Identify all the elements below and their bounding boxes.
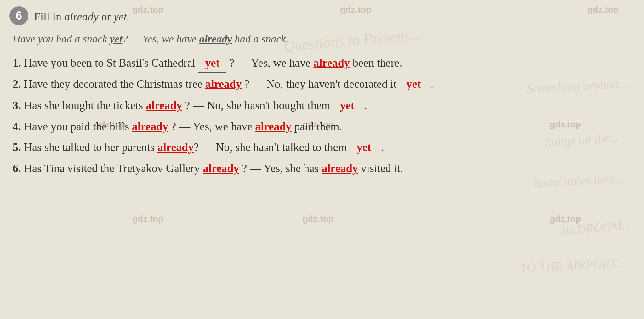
answer-3-1: already: [146, 99, 182, 112]
answer-5-1: already: [157, 141, 194, 154]
blank-1-1: yet: [198, 54, 226, 73]
keyword-already: already: [64, 10, 99, 23]
watermark-9: gdz.top: [550, 214, 581, 224]
sentences-block: 1. Have you been to St Basil's Cathedral…: [13, 54, 644, 178]
answer-6-1: already: [203, 162, 239, 175]
watermark-8: gdz.top: [302, 214, 334, 224]
exercise-instruction: Fill in already or yet.: [34, 6, 130, 25]
sentence-5: 5. Has she talked to her parents already…: [13, 138, 644, 157]
sentence-6: 6. Has Tina visited the Tretyakov Galler…: [13, 159, 644, 178]
answer-4-1: already: [132, 120, 168, 133]
answer-2-1: already: [205, 78, 242, 90]
keyword-yet: yet.: [114, 10, 130, 23]
example-line: Have you had a snack yet? — Yes, we have…: [13, 31, 644, 47]
exercise-header: 6 Fill in already or yet.: [9, 6, 644, 25]
blank-3-2: yet: [333, 96, 362, 115]
sentence-4: 4. Have you paid the bills already ? — Y…: [13, 117, 644, 136]
blank-2-2: yet: [399, 75, 428, 94]
sentence-2: 2. Have they decorated the Christmas tre…: [13, 75, 644, 94]
watermark-7: gdz.top: [132, 214, 164, 224]
answer-1-2: already: [313, 57, 350, 69]
blank-5-2: yet: [350, 138, 378, 157]
exercise-number: 6: [9, 6, 28, 25]
sentence-1: 1. Have you been to St Basil's Cathedral…: [13, 54, 644, 73]
answer-6-2: already: [322, 162, 358, 175]
sentence-3: 3. Has she bought the tickets already ? …: [13, 96, 644, 115]
answer-4-2: already: [255, 120, 291, 133]
